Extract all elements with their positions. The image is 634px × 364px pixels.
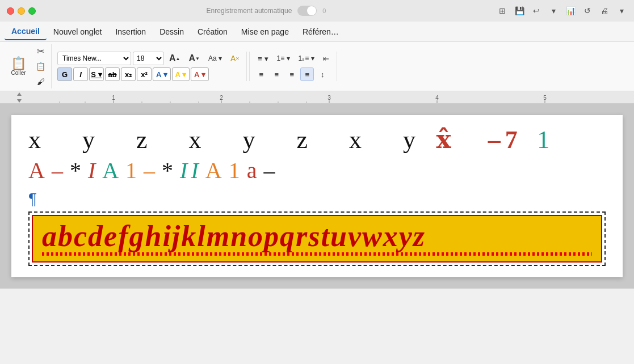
menu-creation[interactable]: Création — [191, 24, 234, 40]
font-format-row: G I S ▾ ab x₂ x² A ▾ A ▾ A ▾ — [57, 67, 243, 81]
doc-row1-teal: 1 — [537, 126, 554, 154]
menu-bar: Accueil Nouvel onglet Insertion Dessin C… — [0, 22, 634, 42]
refresh-icon[interactable]: ↺ — [582, 5, 593, 16]
align-left-button[interactable]: ≡ — [254, 67, 268, 81]
menu-dessin[interactable]: Dessin — [153, 24, 191, 40]
ribbon: 📋 Coller ✂ 📋 🖌 Times New... 18 A▲ A▼ Aa … — [0, 42, 634, 91]
format-painter-button[interactable]: 🖌 — [32, 75, 49, 88]
font-shrink-button[interactable]: A▼ — [185, 52, 203, 65]
r2-A-red: A — [28, 158, 48, 183]
align-center-button[interactable]: ≡ — [270, 67, 283, 81]
r2-dash-orange: – — [144, 158, 158, 183]
clipboard-side: ✂ 📋 🖌 — [32, 44, 49, 88]
r2-dash2: – — [263, 158, 278, 183]
menu-referen[interactable]: Référen… — [296, 24, 346, 40]
menu-accueil[interactable]: Accueil — [5, 23, 47, 40]
font-name-row: Times New... 18 A▲ A▼ Aa ▾ A✕ — [57, 52, 243, 65]
highlight-button[interactable]: A ▾ — [172, 67, 190, 81]
undo-icon[interactable]: ↩ — [531, 5, 542, 16]
r2-I-red: I — [88, 158, 99, 183]
save-icon[interactable]: 💾 — [514, 5, 525, 16]
doc-row1-red-text: x̂ –7 — [436, 126, 522, 154]
multilevel-button[interactable]: 1ₐ≡ ▾ — [295, 52, 318, 65]
font-family-select[interactable]: Times New... — [57, 52, 131, 65]
r2-A2-orange: A — [205, 158, 225, 183]
spell-check-underline — [42, 252, 592, 256]
text-color-a-button[interactable]: A ▾ — [153, 67, 171, 81]
superscript-button[interactable]: x² — [137, 67, 152, 81]
bullets-button[interactable]: ≡ ▾ — [254, 52, 271, 65]
title-bar-icons: ⊞ 💾 ↩ ▾ 📊 ↺ 🖨 ▾ — [497, 5, 627, 16]
chart-icon[interactable]: 📊 — [565, 5, 576, 16]
svg-text:1: 1 — [112, 95, 115, 101]
strikethrough-button[interactable]: ab — [105, 67, 120, 81]
title-bar-center: Enregistrement automatique 0 — [40, 6, 492, 16]
paragraph-mark: ¶ — [28, 190, 606, 208]
change-case-button[interactable]: Aa ▾ — [205, 52, 225, 65]
r2-1b-orange: 1 — [229, 158, 243, 183]
document-page[interactable]: x y z x y z x y x̂ –7 1 A – * I A 1 – * … — [11, 115, 623, 277]
traffic-lights — [7, 7, 36, 15]
font-color-button[interactable]: A ▾ — [191, 67, 209, 81]
numbering-button[interactable]: 1≡ ▾ — [274, 52, 293, 65]
line-spacing-button[interactable]: ↕ — [316, 67, 329, 81]
close-button[interactable] — [7, 7, 14, 15]
r2-star-black: * — [70, 158, 85, 183]
r2-a-red: a — [247, 158, 261, 183]
doc-row-1: x y z x y z x y x̂ –7 1 — [28, 126, 606, 154]
svg-text:2: 2 — [220, 95, 223, 101]
title-bar: Enregistrement automatique 0 ⊞ 💾 ↩ ▾ 📊 ↺… — [0, 0, 634, 22]
document-area: x y z x y z x y x̂ –7 1 A – * I A 1 – * … — [0, 104, 634, 289]
svg-text:3: 3 — [328, 95, 331, 101]
svg-rect-0 — [0, 91, 634, 104]
cut-button[interactable]: ✂ — [32, 44, 49, 58]
autosave-label: Enregistrement automatique — [207, 7, 292, 15]
font-group: Times New... 18 A▲ A▼ Aa ▾ A✕ G I S ▾ ab… — [54, 52, 247, 81]
r2-1-orange: 1 — [125, 158, 140, 183]
undo-dropdown-icon[interactable]: ▾ — [548, 5, 559, 16]
font-size-select[interactable]: 18 — [133, 52, 164, 65]
align-justify-button[interactable]: ≡ — [300, 67, 314, 81]
svg-text:4: 4 — [435, 95, 439, 101]
menu-insertion[interactable]: Insertion — [108, 24, 153, 40]
more-icon[interactable]: ▾ — [616, 5, 627, 16]
r2-dash-red: – — [52, 158, 66, 183]
paragraph-bottom-row: ≡ ≡ ≡ ≡ ↕ — [254, 67, 333, 81]
svg-text:5: 5 — [543, 95, 547, 101]
paste-button[interactable]: 📋 Coller — [7, 44, 30, 88]
underline-button[interactable]: S ▾ — [89, 67, 104, 81]
r2-II-teal: II — [180, 158, 202, 183]
ruler: 1 2 3 4 5 — [0, 91, 634, 104]
selected-text-inner: abcdefghijklmnopqrstuvwxyz — [32, 215, 602, 263]
decrease-indent-button[interactable]: ⇤ — [320, 52, 333, 65]
print-icon[interactable]: 🖨 — [599, 5, 610, 16]
bold-button[interactable]: G — [57, 67, 72, 81]
r2-A-teal: A — [102, 158, 122, 183]
autosave-knob — [307, 6, 316, 15]
grid-icon[interactable]: ⊞ — [497, 5, 508, 16]
copy-button[interactable]: 📋 — [32, 60, 49, 73]
menu-mise-en-page[interactable]: Mise en page — [234, 24, 296, 40]
r2-star2-black: * — [162, 158, 177, 183]
align-right-button[interactable]: ≡ — [285, 67, 299, 81]
autosave-num: 0 — [322, 7, 326, 14]
minimize-button[interactable] — [18, 7, 25, 15]
autosave-toggle[interactable] — [297, 6, 317, 16]
selected-text: abcdefghijklmnopqrstuvwxyz — [42, 220, 426, 252]
selected-text-container: abcdefghijklmnopqrstuvwxyz — [28, 211, 606, 266]
paste-icon: 📋 — [11, 57, 26, 70]
maximize-button[interactable] — [28, 7, 36, 15]
doc-row-2: A – * I A 1 – * II A 1 a – — [28, 158, 606, 183]
paste-label: Coller — [11, 70, 26, 76]
clipboard-group: 📋 Coller ✂ 📋 🖌 — [5, 44, 52, 88]
menu-nouvel-onglet[interactable]: Nouvel onglet — [47, 24, 109, 40]
paragraph-group: ≡ ▾ 1≡ ▾ 1ₐ≡ ▾ ⇤ ≡ ≡ ≡ ≡ ↕ — [249, 52, 337, 81]
italic-button[interactable]: I — [73, 67, 88, 81]
font-grow-button[interactable]: A▲ — [166, 52, 183, 65]
doc-row1-text: x y z x y z x y — [28, 126, 421, 154]
clear-format-button[interactable]: A✕ — [227, 52, 243, 65]
subscript-button[interactable]: x₂ — [121, 67, 136, 81]
paragraph-top-row: ≡ ▾ 1≡ ▾ 1ₐ≡ ▾ ⇤ — [254, 52, 333, 65]
